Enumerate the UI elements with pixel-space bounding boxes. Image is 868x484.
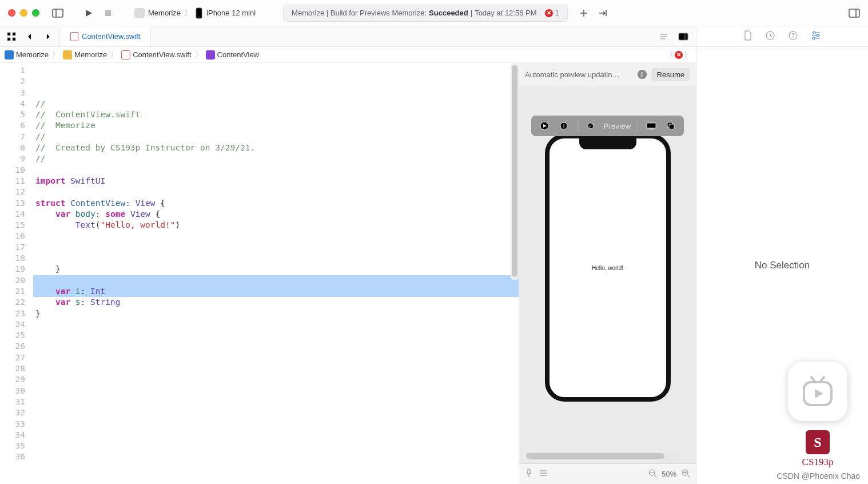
adjust-editor-options-button[interactable] <box>675 29 691 45</box>
code-area[interactable]: //// ContentView.swift// Memorize//// Cr… <box>31 63 519 484</box>
scrollbar-thumb[interactable] <box>512 65 517 277</box>
line-number: 14 <box>0 209 25 220</box>
stanford-s-icon: S <box>806 430 830 454</box>
breadcrumb-item-3[interactable]: ContentView <box>217 50 259 59</box>
preview-device-button[interactable] <box>645 120 658 132</box>
code-line[interactable] <box>33 374 519 385</box>
resume-button[interactable]: Resume <box>651 68 690 81</box>
code-line[interactable] <box>33 419 519 430</box>
code-line[interactable] <box>33 430 519 441</box>
code-line[interactable] <box>33 341 519 352</box>
scheme-selector[interactable]: Memorize 〉 iPhone 12 mini <box>129 5 261 22</box>
breadcrumb-prev-button[interactable]: 〈 <box>666 50 674 60</box>
nav-forward-button[interactable] <box>40 29 56 45</box>
add-button[interactable] <box>576 5 592 21</box>
code-line[interactable]: // ContentView.swift <box>33 109 519 120</box>
code-line[interactable]: // <box>33 98 519 109</box>
zoom-level[interactable]: 50% <box>662 470 676 478</box>
device-icon <box>195 7 203 19</box>
stop-button[interactable] <box>100 5 116 21</box>
inspector-tab-row: ? <box>696 26 868 47</box>
duplicate-preview-button[interactable] <box>664 120 677 132</box>
breadcrumb-item-0[interactable]: Memorize <box>16 50 49 59</box>
zoom-in-button[interactable] <box>681 469 690 479</box>
status-time: Today at 12:56 PM <box>475 9 536 17</box>
code-line[interactable] <box>33 242 519 253</box>
related-items-button[interactable] <box>3 29 19 45</box>
code-line[interactable] <box>33 165 519 176</box>
attributes-inspector-tab[interactable] <box>811 31 821 42</box>
close-window-button[interactable] <box>8 9 15 17</box>
code-line[interactable] <box>33 441 519 451</box>
code-line[interactable] <box>33 319 519 330</box>
code-line[interactable]: // Created by CS193p Instructor on 3/29/… <box>33 142 519 153</box>
code-line[interactable] <box>33 231 519 241</box>
code-line[interactable]: // Memorize <box>33 120 519 131</box>
breadcrumb-item-2[interactable]: ContentView.swift <box>133 50 191 59</box>
info-icon[interactable]: i <box>638 70 647 79</box>
toggle-inspector-button[interactable] <box>846 5 862 21</box>
zoom-window-button[interactable] <box>32 9 39 17</box>
code-line[interactable] <box>33 407 519 418</box>
code-line[interactable] <box>33 463 519 474</box>
quickhelp-inspector-tab[interactable]: ? <box>788 30 798 42</box>
code-line[interactable] <box>33 386 519 396</box>
zoom-out-button[interactable] <box>648 469 657 479</box>
code-line[interactable]: } <box>33 308 519 319</box>
code-line[interactable]: var body: some View { <box>33 209 519 220</box>
code-line[interactable]: import SwiftUI <box>33 176 519 187</box>
canvas[interactable]: Preview Hello, world! <box>519 86 696 463</box>
main-column: ContentView.swift Memorize 〉 Memorize 〉 … <box>0 26 696 484</box>
video-play-badge[interactable] <box>788 362 847 421</box>
code-line[interactable] <box>33 253 519 264</box>
minimap-toggle-button[interactable] <box>656 29 672 45</box>
code-line[interactable] <box>33 330 519 341</box>
code-line[interactable] <box>33 275 519 286</box>
status-error-group[interactable]: ✕ 1 <box>545 9 559 17</box>
history-inspector-tab[interactable] <box>765 30 775 42</box>
run-button[interactable] <box>81 5 97 21</box>
code-line[interactable] <box>33 396 519 407</box>
preview-settings-button[interactable] <box>539 469 548 479</box>
code-line[interactable]: var i: Int <box>33 286 519 297</box>
file-inspector-tab[interactable] <box>743 30 752 42</box>
editor-vertical-scrollbar[interactable] <box>511 63 519 280</box>
activity-status[interactable]: Memorize | Build for Previews Memorize: … <box>283 5 568 22</box>
line-number: 22 <box>0 297 25 308</box>
minimize-window-button[interactable] <box>20 9 27 17</box>
line-number: 19 <box>0 264 25 275</box>
code-line[interactable] <box>33 187 519 197</box>
code-line[interactable]: } <box>33 264 519 275</box>
code-line[interactable]: // <box>33 132 519 142</box>
code-line[interactable]: // <box>33 153 519 164</box>
device-name: iPhone 12 mini <box>206 9 256 17</box>
scrollbar-thumb[interactable] <box>526 453 664 459</box>
code-line[interactable] <box>33 352 519 363</box>
live-preview-button[interactable] <box>538 120 551 132</box>
line-number: 6 <box>0 120 25 131</box>
toggle-navigator-button[interactable] <box>50 5 66 21</box>
pin-preview-button[interactable] <box>525 469 533 479</box>
inspect-preview-button[interactable] <box>558 120 570 132</box>
tab-contentview[interactable]: ContentView.swift <box>59 26 151 46</box>
code-line[interactable] <box>33 474 519 484</box>
error-icon[interactable]: ✕ <box>675 51 683 59</box>
code-line[interactable]: var s: String <box>33 297 519 308</box>
code-line[interactable]: struct ContentView: View { <box>33 198 519 209</box>
breadcrumb-next-button[interactable]: 〉 <box>684 50 691 60</box>
svg-rect-13 <box>13 38 15 41</box>
code-editor[interactable]: 1234567891011121314151617181920212223242… <box>0 63 519 484</box>
chevron-right-icon: 〉 <box>109 50 119 60</box>
svg-point-46 <box>813 31 815 34</box>
svg-rect-11 <box>13 33 15 35</box>
library-button[interactable] <box>595 5 611 21</box>
nav-back-button[interactable] <box>22 29 38 45</box>
preview-pin-icon[interactable] <box>584 120 597 132</box>
code-line[interactable]: Text("Hello, world!") <box>33 220 519 231</box>
code-line[interactable] <box>33 363 519 374</box>
line-number: 32 <box>0 407 25 418</box>
code-line[interactable] <box>33 451 519 462</box>
status-sep: | <box>471 9 472 17</box>
canvas-horizontal-scrollbar[interactable] <box>525 452 679 460</box>
breadcrumb-item-1[interactable]: Memorize <box>74 50 107 59</box>
